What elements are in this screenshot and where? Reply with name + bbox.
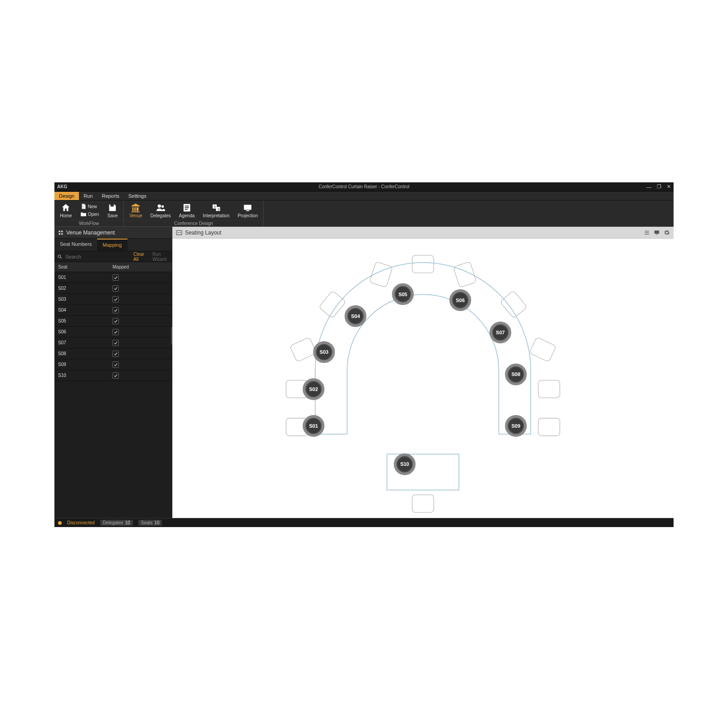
titlebar: AKG ConferControl Curtain Raiser - Confe… — [54, 182, 674, 191]
table-body: S01S02S03S04S05S06S07S08S09S10 — [54, 272, 172, 381]
open-button[interactable]: Open — [78, 210, 101, 218]
gear-icon[interactable] — [664, 230, 670, 236]
svg-line-17 — [61, 257, 62, 259]
seat-s01[interactable]: S01 — [303, 415, 324, 437]
svg-rect-34 — [500, 291, 527, 318]
seat-s05[interactable]: S05 — [392, 283, 414, 305]
svg-text:A: A — [214, 205, 216, 208]
projection-button[interactable]: Projection — [234, 202, 261, 219]
table-row[interactable]: S02 — [54, 283, 172, 294]
delegates-icon — [156, 203, 166, 213]
svg-rect-36 — [538, 380, 560, 398]
mapped-checkbox[interactable] — [112, 318, 119, 324]
svg-point-19 — [178, 232, 179, 233]
menu-reports[interactable]: Reports — [97, 192, 124, 200]
svg-rect-4 — [185, 207, 189, 208]
mapped-checkbox[interactable] — [112, 307, 119, 313]
svg-rect-25 — [656, 234, 658, 234]
svg-rect-5 — [185, 209, 187, 210]
delegates-button[interactable]: Delegates — [147, 202, 175, 219]
tab-seat-numbers[interactable]: Seat Numbers — [54, 239, 97, 251]
svg-rect-30 — [319, 291, 346, 318]
svg-text:文: 文 — [217, 207, 220, 210]
table-row[interactable]: S08 — [54, 348, 172, 359]
menubar: Design Run Reports Settings — [54, 191, 674, 200]
seat-s06[interactable]: S06 — [450, 289, 471, 311]
clear-all-button[interactable]: Clear All — [131, 252, 147, 262]
close-button[interactable]: ✕ — [667, 184, 671, 190]
seat-s08[interactable]: S08 — [505, 363, 527, 385]
seat-cell: S02 — [58, 286, 112, 291]
table-row[interactable]: S10 — [54, 370, 172, 381]
table-row[interactable]: S01 — [54, 272, 172, 283]
ribbon-group-conference: Venue Delegates Agenda A文 Interpretation… — [124, 200, 264, 226]
table-row[interactable]: S03 — [54, 294, 172, 305]
seat-s09[interactable]: S09 — [505, 415, 527, 437]
menu-design[interactable]: Design — [54, 192, 79, 200]
seat-cell: S07 — [58, 340, 112, 345]
statusbar: Disconnected Delegates 10 Seats 10 — [54, 518, 674, 527]
minimize-button[interactable]: — — [646, 184, 651, 190]
seat-s10[interactable]: S10 — [394, 453, 415, 475]
svg-rect-3 — [185, 205, 189, 206]
interpretation-button[interactable]: A文 Interpretation — [199, 202, 233, 219]
save-icon — [107, 203, 117, 213]
mapped-checkbox[interactable] — [112, 372, 119, 379]
seat-cell: S01 — [58, 275, 112, 280]
new-button[interactable]: New — [78, 203, 101, 210]
seat-s07[interactable]: S07 — [489, 322, 511, 343]
run-wizard-button[interactable]: Run Wizard — [150, 252, 169, 262]
main-panel: Seating Layout — [172, 227, 674, 518]
tab-mapping[interactable]: Mapping — [97, 239, 127, 251]
mapped-checkbox[interactable] — [112, 362, 119, 368]
table-header: Seat Mapped — [54, 262, 172, 272]
mapped-checkbox[interactable] — [112, 285, 119, 292]
connection-status: Disconnected — [67, 520, 95, 525]
seat-cell: S03 — [58, 297, 112, 302]
list-view-icon[interactable] — [644, 230, 650, 236]
grid-icon — [58, 230, 64, 235]
maximize-button[interactable]: ❐ — [657, 184, 661, 190]
agenda-button[interactable]: Agenda — [176, 202, 198, 219]
svg-rect-31 — [369, 262, 393, 288]
seat-s04[interactable]: S04 — [345, 305, 366, 327]
home-icon — [61, 203, 71, 213]
venue-button[interactable]: Venue — [126, 202, 146, 219]
svg-point-0 — [158, 204, 161, 207]
seat-cell: S04 — [58, 308, 112, 313]
seat-cell: S05 — [58, 318, 112, 323]
table-row[interactable]: S09 — [54, 359, 172, 370]
layout-icon — [176, 230, 182, 236]
svg-rect-22 — [645, 232, 649, 233]
agenda-icon — [182, 203, 192, 213]
seat-cell: S06 — [58, 329, 112, 334]
table-row[interactable]: S04 — [54, 305, 172, 316]
connection-dot-icon — [58, 521, 62, 525]
seat-s02[interactable]: S02 — [303, 378, 324, 400]
table-row[interactable]: S05 — [54, 316, 172, 327]
window-controls: — ❐ ✕ — [646, 184, 671, 190]
svg-rect-11 — [246, 210, 249, 211]
conference-caption: Conference Design — [124, 220, 263, 226]
app-window: AKG ConferControl Curtain Raiser - Confe… — [54, 182, 674, 527]
folder-open-icon — [80, 211, 87, 217]
table-row[interactable]: S07 — [54, 337, 172, 348]
table-row[interactable]: S06 — [54, 327, 172, 337]
workflow-caption: WorkFlow — [54, 220, 123, 226]
menu-settings[interactable]: Settings — [124, 192, 151, 200]
layout-canvas[interactable]: S01 S02 S03 S04 S05 S06 S07 S08 S09 S10 — [172, 239, 674, 518]
mapped-checkbox[interactable] — [112, 340, 119, 346]
search-input[interactable] — [65, 254, 128, 259]
seat-s03[interactable]: S03 — [313, 341, 335, 363]
mapped-checkbox[interactable] — [112, 296, 119, 303]
monitor-icon[interactable] — [654, 230, 660, 236]
mapped-checkbox[interactable] — [112, 329, 119, 335]
menu-run[interactable]: Run — [79, 192, 97, 200]
mapped-checkbox[interactable] — [112, 274, 119, 281]
svg-rect-32 — [412, 255, 434, 273]
projection-icon — [243, 203, 253, 213]
mapped-checkbox[interactable] — [112, 351, 119, 357]
home-button[interactable]: Home — [56, 202, 76, 219]
delegates-count: Delegates 10 — [100, 520, 133, 526]
save-button[interactable]: Save — [103, 202, 122, 219]
